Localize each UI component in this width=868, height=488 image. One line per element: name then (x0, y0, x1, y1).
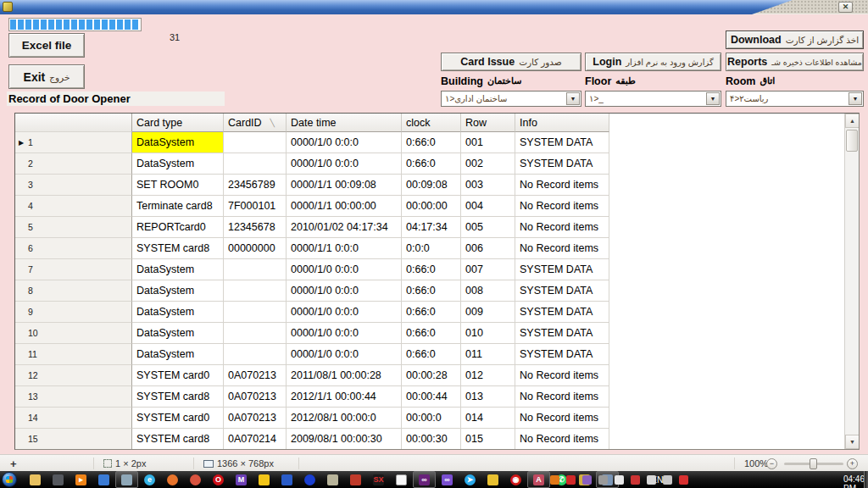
cell-row[interactable]: 012 (461, 365, 515, 386)
cell-card-type[interactable]: SYSTEM card8 (132, 238, 224, 259)
col-header-card-type[interactable]: Card type (132, 114, 224, 132)
scrollbar-thumb[interactable] (846, 130, 858, 152)
cell-card-type[interactable]: SYSTEM card8 (132, 429, 224, 449)
row-header[interactable]: 8 (15, 280, 132, 302)
login-button[interactable]: Login گزارش ورود به نرم افزار (585, 53, 721, 71)
scroll-up-icon[interactable]: ▲ (845, 114, 860, 128)
cell-card-type[interactable]: SET ROOM0 (132, 175, 224, 196)
media-app-icon[interactable] (47, 471, 70, 488)
cell-clock[interactable]: 0:66:0 (402, 132, 461, 153)
cell-date-time[interactable]: 2011/08/1 00:00:28 (287, 365, 402, 386)
table-row[interactable]: 8DataSystem0000/1/0 0:0:00:66:0008SYSTEM… (15, 280, 844, 302)
tray-volume-icon[interactable] (663, 475, 672, 485)
cell-date-time[interactable]: 0000/1/1 00:00:00 (287, 196, 402, 217)
table-row[interactable]: 7DataSystem0000/1/0 0:0:00:66:0007SYSTEM… (15, 259, 844, 280)
mpc-player-icon[interactable]: ▸ (70, 471, 92, 488)
chevron-down-icon[interactable]: ▼ (706, 92, 720, 105)
cell-date-time[interactable]: 0000/1/0 0:0:0 (287, 323, 402, 344)
cell-row[interactable]: 005 (461, 217, 515, 238)
cell-clock[interactable]: 00:00:28 (402, 365, 461, 386)
access-icon[interactable]: A (527, 471, 550, 488)
cell-card-type[interactable]: DataSystem (132, 302, 224, 323)
cell-info[interactable]: SYSTEM DATA (515, 153, 609, 175)
tray-visual-studio-icon[interactable] (582, 475, 592, 485)
row-header[interactable]: 13 (15, 386, 132, 408)
windows-explorer-icon[interactable] (24, 471, 47, 488)
cell-card-type[interactable]: SYSTEM card8 (132, 386, 224, 408)
cell-info[interactable]: SYSTEM DATA (515, 344, 609, 365)
tray-flag-icon[interactable] (615, 475, 624, 485)
zoom-slider-thumb[interactable] (810, 458, 817, 469)
chevron-down-icon[interactable]: ▼ (849, 92, 862, 105)
table-row[interactable]: 11DataSystem0000/1/0 0:0:00:66:0011SYSTE… (15, 344, 844, 365)
row-header[interactable]: 11 (15, 344, 132, 365)
zoom-out-button[interactable]: − (766, 455, 777, 472)
cell-info[interactable]: No Record items (515, 365, 609, 386)
cell-info[interactable]: SYSTEM DATA (515, 280, 609, 302)
building-select[interactable]: ساختمان اداری<١ ▼ (441, 91, 581, 107)
tray-security-icon[interactable] (679, 475, 688, 485)
cell-card-id[interactable]: 0A070213 (224, 365, 287, 386)
cell-card-id[interactable] (224, 280, 287, 302)
cell-info[interactable]: SYSTEM DATA (515, 132, 609, 153)
red-app-icon[interactable] (344, 471, 367, 488)
download-button[interactable]: Download اخذ گزارش از کارت (726, 30, 864, 49)
row-header[interactable]: 6 (15, 238, 132, 259)
cell-date-time[interactable]: 2012/08/1 00:00:0 (287, 408, 402, 429)
cell-clock[interactable]: 00:00:30 (402, 429, 461, 449)
cell-card-id[interactable]: 0A070213 (224, 408, 287, 429)
table-row[interactable]: 2DataSystem0000/1/0 0:0:00:66:0002SYSTEM… (15, 153, 844, 175)
cell-card-id[interactable]: 00000000 (224, 238, 287, 259)
document-icon[interactable] (390, 471, 413, 488)
tray-red-app-icon[interactable] (566, 475, 576, 485)
telegram-icon[interactable]: ➤ (459, 471, 481, 488)
cell-card-type[interactable]: DataSystem (132, 132, 224, 153)
table-row[interactable]: 14SYSTEM card00A0702132012/08/1 00:00:00… (15, 408, 844, 429)
cell-card-type[interactable]: DataSystem (132, 153, 224, 175)
chevron-down-icon[interactable]: ▼ (566, 92, 580, 105)
col-header-date-time[interactable]: Date time (287, 114, 402, 132)
cell-clock[interactable]: 0:66:0 (402, 323, 461, 344)
row-header[interactable]: 9 (15, 302, 132, 323)
show-desktop-button[interactable] (864, 471, 868, 488)
cell-card-id[interactable]: 12345678 (224, 217, 287, 238)
exit-button[interactable]: Exit خروج (8, 64, 85, 89)
table-row[interactable]: 15SYSTEM card80A0702142009/08/1 00:00:30… (15, 429, 844, 449)
cell-row[interactable]: 003 (461, 175, 515, 196)
cell-clock[interactable]: 04:17:34 (402, 217, 461, 238)
row-header[interactable]: 7 (15, 259, 132, 280)
window-titlebar[interactable]: ✕ (0, 0, 868, 14)
cell-card-type[interactable]: DataSystem (132, 344, 224, 365)
internet-explorer-icon[interactable]: e (138, 471, 161, 488)
cell-card-id[interactable] (224, 259, 287, 280)
cell-info[interactable]: SYSTEM DATA (515, 302, 609, 323)
cell-info[interactable]: No Record items (515, 386, 609, 408)
tray-alert-icon[interactable] (631, 475, 640, 485)
col-header-cardid[interactable]: CardID ╲ (224, 114, 287, 132)
cell-clock[interactable]: 0:66:0 (402, 259, 461, 280)
cell-date-time[interactable]: 0000/1/1 0:0:0 (287, 238, 402, 259)
visual-studio-icon[interactable]: ∞ (413, 471, 436, 488)
col-header-info[interactable]: Info (515, 114, 609, 132)
row-header[interactable]: ▶1 (15, 132, 132, 153)
cell-row[interactable]: 004 (461, 196, 515, 217)
cell-clock[interactable]: 0:66:0 (402, 153, 461, 175)
cell-card-id[interactable] (224, 153, 287, 175)
cell-row[interactable]: 009 (461, 302, 515, 323)
cell-date-time[interactable]: 2012/1/1 00:00:44 (287, 386, 402, 408)
row-header[interactable]: 2 (15, 153, 132, 175)
cell-date-time[interactable]: 0000/1/0 0:0:0 (287, 153, 402, 175)
cell-card-type[interactable]: DataSystem (132, 280, 224, 302)
cell-date-time[interactable]: 0000/1/1 00:09:08 (287, 175, 402, 196)
cell-row[interactable]: 011 (461, 344, 515, 365)
zoom-slider[interactable] (784, 463, 843, 465)
row-header[interactable]: 14 (15, 408, 132, 429)
cell-card-type[interactable]: SYSTEM card0 (132, 408, 224, 429)
cell-info[interactable]: No Record items (515, 217, 609, 238)
start-button[interactable] (2, 472, 17, 487)
cell-card-type[interactable]: DataSystem (132, 259, 224, 280)
cell-clock[interactable]: 00:09:08 (402, 175, 461, 196)
cell-clock[interactable]: 00:00:00 (402, 196, 461, 217)
cell-clock[interactable]: 00:00:44 (402, 386, 461, 408)
reports-button[interactable]: Reports مشاهده اطلاعات ذخیره شـ (726, 53, 864, 71)
